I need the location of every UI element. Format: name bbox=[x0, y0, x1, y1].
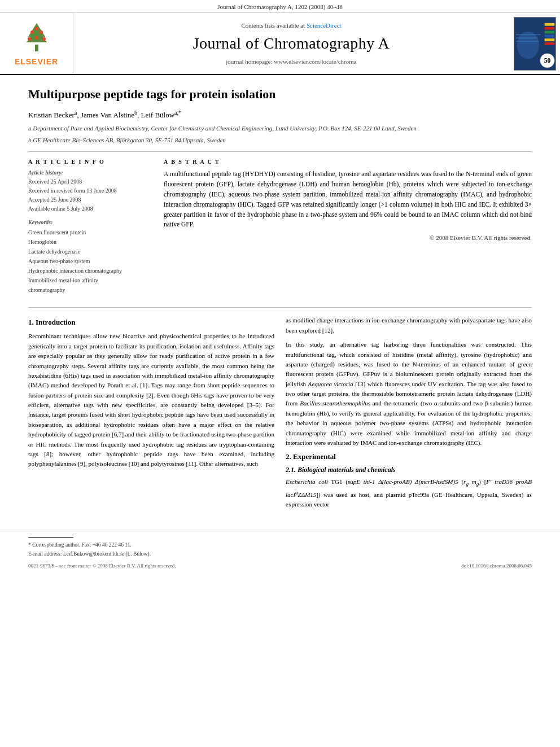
article-info-label: A R T I C L E I N F O bbox=[28, 159, 152, 165]
abstract-label: A B S T R A C T bbox=[164, 159, 532, 165]
elsevier-tree-svg bbox=[14, 21, 59, 55]
article-info-column: A R T I C L E I N F O Article history: R… bbox=[28, 159, 152, 300]
intro-paragraph-1: Recombinant techniques allow new bioacti… bbox=[28, 331, 274, 469]
history-label: Article history: bbox=[28, 169, 152, 176]
keyword-7: chromatography bbox=[28, 285, 152, 295]
available-date: Available online 5 July 2008 bbox=[28, 204, 152, 213]
keywords-label: Keywords: bbox=[28, 219, 152, 225]
article-title: Multipurpose peptide tags for protein is… bbox=[28, 86, 532, 103]
author-vanalstine: James Van Alstine bbox=[81, 111, 134, 119]
keywords-group: Keywords: Green fluorescent protein Hemo… bbox=[28, 219, 152, 295]
journal-homepage: journal homepage: www.elsevier.com/locat… bbox=[226, 58, 356, 65]
sciencedirect-link[interactable]: ScienceDirect bbox=[307, 22, 342, 29]
svg-rect-20 bbox=[515, 34, 540, 35]
accepted-date: Accepted 25 June 2008 bbox=[28, 195, 152, 204]
svg-point-5 bbox=[35, 27, 38, 30]
body-col-right: as modified charge interactions in ion-e… bbox=[286, 316, 532, 514]
author-becker: Kristian Becker bbox=[28, 111, 75, 119]
intro-paragraph-3: In this study, an alternative tag harbor… bbox=[286, 340, 532, 448]
doi-text: doi:10.1016/j.chroma.2008.06.045 bbox=[461, 563, 532, 569]
abstract-text: A multifunctional peptide tag (HYDHYD) c… bbox=[164, 169, 532, 230]
article-footer: * Corresponding author. Fax: +46 46 222 … bbox=[0, 531, 560, 574]
page-wrapper: Journal of Chromatography A, 1202 (2008)… bbox=[0, 0, 560, 747]
email-note: E-mail address: Leif.Bukow@tbiokem.lth.s… bbox=[28, 550, 532, 558]
footer-divider bbox=[28, 537, 73, 538]
svg-rect-16 bbox=[544, 42, 554, 45]
issn-text: 0021-9673/$ – see front matter © 2008 El… bbox=[28, 563, 176, 569]
revised-date: Received in revised form 13 June 2008 bbox=[28, 186, 152, 195]
svg-rect-14 bbox=[544, 34, 554, 37]
journal-topbar: Journal of Chromatography A, 1202 (2008)… bbox=[0, 0, 560, 13]
cover-image: 50 bbox=[514, 17, 556, 71]
received-date: Received 25 April 2008 bbox=[28, 177, 152, 186]
elsevier-logo-area: ELSEVIER bbox=[14, 21, 59, 66]
subsection21-heading: 2.1. Biological materials and chemicals bbox=[286, 466, 532, 474]
svg-rect-21 bbox=[515, 37, 537, 38]
svg-rect-0 bbox=[35, 45, 38, 51]
article-content: Multipurpose peptide tags for protein is… bbox=[0, 75, 560, 525]
copyright-line: © 2008 Elsevier B.V. All rights reserved… bbox=[164, 234, 532, 241]
affiliation-a: a Department of Pure and Applied Biochem… bbox=[28, 124, 532, 133]
header-left: ELSEVIER bbox=[0, 13, 73, 74]
header-center: Contents lists available at ScienceDirec… bbox=[73, 13, 509, 74]
header-right: 50 bbox=[509, 13, 560, 74]
section1-heading: 1. Introduction bbox=[28, 318, 274, 327]
corresponding-note: * Corresponding author. Fax: +46 46 222 … bbox=[28, 541, 532, 549]
keyword-2: Hemoglobin bbox=[28, 237, 152, 247]
header-divider bbox=[28, 151, 532, 152]
elsevier-wordmark: ELSEVIER bbox=[15, 57, 58, 66]
body-columns: 1. Introduction Recombinant techniques a… bbox=[28, 316, 532, 514]
svg-point-3 bbox=[30, 30, 34, 34]
svg-point-8 bbox=[35, 36, 38, 40]
svg-point-7 bbox=[42, 37, 46, 41]
body-col-left: 1. Introduction Recombinant techniques a… bbox=[28, 316, 274, 514]
svg-rect-11 bbox=[544, 23, 554, 25]
svg-text:50: 50 bbox=[544, 57, 550, 64]
svg-rect-12 bbox=[544, 27, 554, 29]
keyword-1: Green fluorescent protein bbox=[28, 228, 152, 237]
article-history-group: Article history: Received 25 April 2008 … bbox=[28, 169, 152, 213]
body-divider bbox=[28, 307, 532, 308]
journal-title: Journal of Chromatography A bbox=[193, 34, 390, 53]
svg-rect-22 bbox=[515, 41, 539, 42]
journal-header: ELSEVIER Contents lists available at Sci… bbox=[0, 13, 560, 75]
sciencedirect-line: Contents lists available at ScienceDirec… bbox=[241, 22, 341, 29]
keyword-3: Lactate dehydrogenase bbox=[28, 247, 152, 256]
footer-bottom: 0021-9673/$ – see front matter © 2008 El… bbox=[28, 563, 532, 569]
cover-svg: 50 bbox=[514, 18, 556, 70]
svg-rect-10 bbox=[514, 18, 555, 28]
svg-rect-13 bbox=[544, 30, 554, 33]
info-abstract-columns: A R T I C L E I N F O Article history: R… bbox=[28, 159, 532, 300]
article-authors: Kristian Beckera, James Van Alstineb, Le… bbox=[28, 108, 532, 121]
svg-point-19 bbox=[517, 31, 539, 59]
keyword-6: Immobilized metal-ion affinity bbox=[28, 276, 152, 285]
section2-heading: 2. Experimental bbox=[286, 452, 532, 461]
journal-citation: Journal of Chromatography A, 1202 (2008)… bbox=[217, 3, 343, 10]
svg-rect-15 bbox=[544, 38, 554, 41]
keyword-4: Aqueous two-phase system bbox=[28, 256, 152, 266]
abstract-column: A B S T R A C T A multifunctional peptid… bbox=[164, 159, 532, 300]
keyword-5: Hydrophobic interaction chromatography bbox=[28, 266, 152, 276]
author-bulow: Leif Bülow bbox=[141, 111, 175, 119]
affiliation-b: b GE Healthcare Bio-Sciences AB, Björkga… bbox=[28, 136, 532, 145]
subsection21-text: Escherichia coli TG1 (supE thi-1 Δ(lac-p… bbox=[286, 477, 532, 509]
svg-point-6 bbox=[28, 37, 31, 41]
intro-paragraph-2: as modified charge interactions in ion-e… bbox=[286, 316, 532, 335]
svg-point-4 bbox=[40, 30, 43, 34]
